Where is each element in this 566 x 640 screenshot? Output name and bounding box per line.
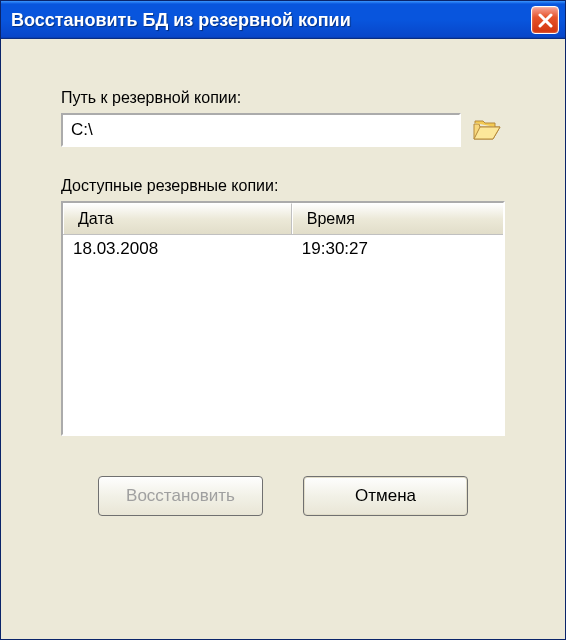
path-row xyxy=(61,113,505,147)
browse-button[interactable] xyxy=(469,113,505,147)
restore-button[interactable]: Восстановить xyxy=(98,476,263,516)
cell-time: 19:30:27 xyxy=(292,239,503,259)
path-label: Путь к резервной копии: xyxy=(61,89,505,107)
close-button[interactable] xyxy=(531,6,559,34)
column-header-date[interactable]: Дата xyxy=(63,203,292,234)
table-row[interactable]: 18.03.2008 19:30:27 xyxy=(63,235,503,263)
dialog-window: Восстановить БД из резервной копии Путь … xyxy=(0,0,566,640)
table-header: Дата Время xyxy=(63,203,503,235)
titlebar: Восстановить БД из резервной копии xyxy=(1,1,565,39)
backups-table: Дата Время 18.03.2008 19:30:27 xyxy=(61,201,505,436)
cancel-button[interactable]: Отмена xyxy=(303,476,468,516)
column-header-time[interactable]: Время xyxy=(292,203,503,234)
close-icon xyxy=(538,13,553,28)
button-row: Восстановить Отмена xyxy=(61,476,505,516)
window-title: Восстановить БД из резервной копии xyxy=(11,10,351,31)
path-input[interactable] xyxy=(61,113,461,147)
table-body: 18.03.2008 19:30:27 xyxy=(63,235,503,434)
cell-date: 18.03.2008 xyxy=(63,239,292,259)
folder-open-icon xyxy=(473,119,501,141)
client-area: Путь к резервной копии: Доступные резерв… xyxy=(1,39,565,639)
backups-label: Доступные резервные копии: xyxy=(61,177,505,195)
